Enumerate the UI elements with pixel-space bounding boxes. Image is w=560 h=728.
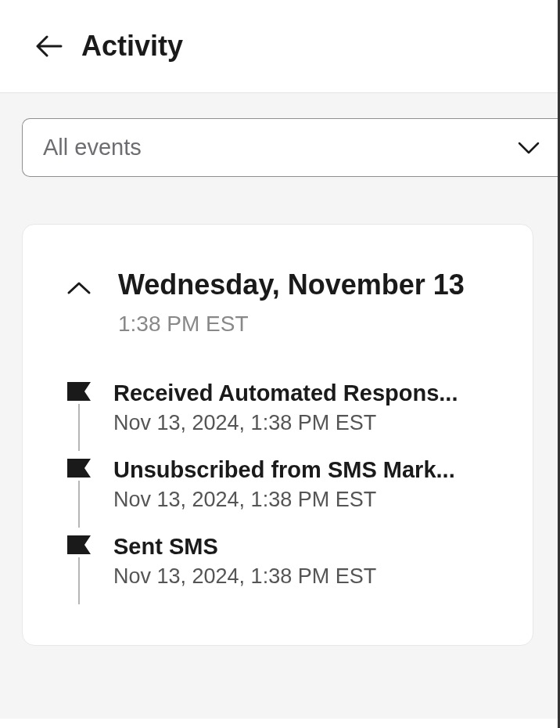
connector-line [78,404,80,451]
event-item[interactable]: Received Automated Respons... Nov 13, 20… [66,380,495,457]
event-timestamp: Nov 13, 2024, 1:38 PM EST [113,564,495,589]
event-content: Received Automated Respons... Nov 13, 20… [113,380,495,457]
event-title: Received Automated Respons... [113,380,495,406]
content-area: All events Wednesday, November 13 1:38 P… [0,92,560,719]
date-info: Wednesday, November 13 1:38 PM EST [118,267,495,337]
event-icon-column [66,380,92,451]
filter-selected-text: All events [43,135,142,160]
date-header: Wednesday, November 13 1:38 PM EST [66,267,495,337]
event-list: Received Automated Respons... Nov 13, 20… [66,380,495,604]
event-timestamp: Nov 13, 2024, 1:38 PM EST [113,488,495,512]
chevron-down-icon [518,142,540,154]
event-title: Unsubscribed from SMS Mark... [113,457,495,483]
event-item[interactable]: Unsubscribed from SMS Mark... Nov 13, 20… [66,457,495,534]
collapse-toggle[interactable] [66,267,92,295]
flag-icon [67,535,91,554]
flag-icon [67,459,91,478]
event-timestamp: Nov 13, 2024, 1:38 PM EST [113,411,495,435]
event-item[interactable]: Sent SMS Nov 13, 2024, 1:38 PM EST [66,534,495,604]
header: Activity [0,0,560,92]
back-arrow-icon[interactable] [36,35,63,57]
connector-line [78,557,80,604]
flag-icon [67,382,91,401]
activity-card: Wednesday, November 13 1:38 PM EST Recei… [22,224,533,646]
date-time: 1:38 PM EST [118,312,495,337]
event-filter-dropdown[interactable]: All events [22,118,560,177]
event-icon-column [66,534,92,604]
connector-line [78,481,80,528]
event-icon-column [66,457,92,528]
date-title: Wednesday, November 13 [118,267,495,304]
page-title: Activity [81,30,183,63]
event-content: Sent SMS Nov 13, 2024, 1:38 PM EST [113,534,495,589]
event-content: Unsubscribed from SMS Mark... Nov 13, 20… [113,457,495,534]
event-title: Sent SMS [113,534,495,560]
